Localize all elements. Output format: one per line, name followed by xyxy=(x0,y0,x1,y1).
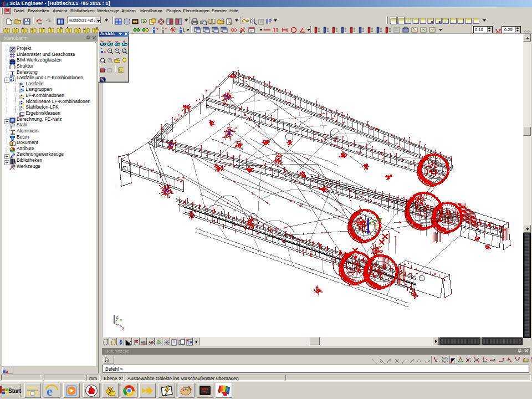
svg-text:X: X xyxy=(122,326,125,330)
svg-text:Y: Y xyxy=(120,319,122,323)
svg-text:ABC: ABC xyxy=(149,341,155,344)
svg-text:TV: TV xyxy=(203,391,207,394)
svg-text:G: G xyxy=(388,360,391,363)
svg-text:ABC: ABC xyxy=(141,341,147,344)
svg-text:?: ? xyxy=(269,21,271,24)
